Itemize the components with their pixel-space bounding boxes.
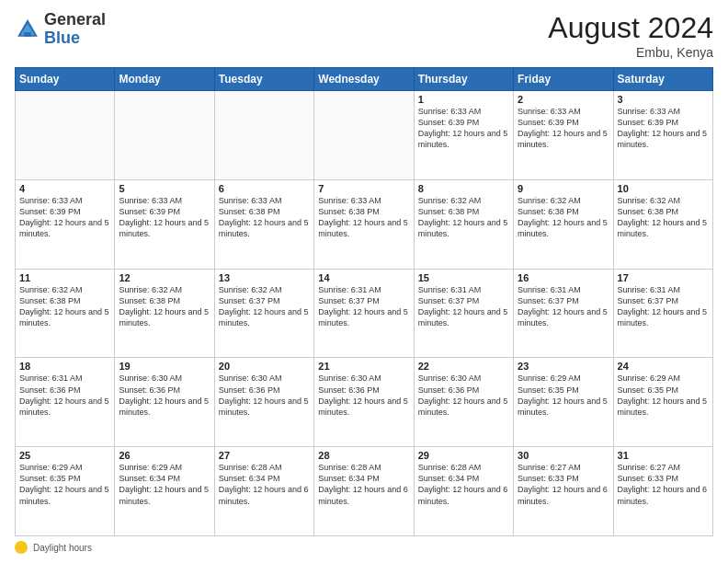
day-info: Sunrise: 6:32 AMSunset: 6:37 PMDaylight:…	[219, 285, 309, 327]
day-number: 19	[119, 361, 210, 372]
calendar-cell: 3Sunrise: 6:33 AMSunset: 6:39 PMDaylight…	[613, 91, 712, 180]
weekday-header: Friday	[514, 68, 613, 91]
day-info: Sunrise: 6:32 AMSunset: 6:38 PMDaylight:…	[618, 196, 708, 238]
day-number: 11	[19, 272, 110, 283]
day-info: Sunrise: 6:29 AMSunset: 6:35 PMDaylight:…	[19, 463, 109, 505]
calendar-cell: 10Sunrise: 6:32 AMSunset: 6:38 PMDayligh…	[613, 179, 712, 269]
calendar-cell	[16, 91, 115, 180]
day-info: Sunrise: 6:30 AMSunset: 6:36 PMDaylight:…	[119, 373, 209, 416]
day-number: 12	[119, 272, 210, 283]
day-number: 20	[219, 361, 310, 372]
day-number: 14	[318, 272, 409, 283]
calendar-cell: 22Sunrise: 6:30 AMSunset: 6:36 PMDayligh…	[414, 358, 513, 447]
title-block: August 2024 Embu, Kenya	[548, 11, 713, 60]
weekday-header: Saturday	[613, 68, 712, 91]
calendar-cell: 23Sunrise: 6:29 AMSunset: 6:35 PMDayligh…	[514, 358, 613, 447]
weekday-header: Wednesday	[314, 68, 414, 91]
calendar-cell: 2Sunrise: 6:33 AMSunset: 6:39 PMDaylight…	[514, 91, 613, 180]
header: General Blue August 2024 Embu, Kenya	[15, 11, 713, 60]
day-number: 13	[219, 272, 310, 283]
calendar-week-row: 18Sunrise: 6:31 AMSunset: 6:36 PMDayligh…	[16, 358, 713, 447]
day-info: Sunrise: 6:33 AMSunset: 6:39 PMDaylight:…	[119, 196, 209, 238]
calendar-cell: 11Sunrise: 6:32 AMSunset: 6:38 PMDayligh…	[16, 269, 115, 358]
day-info: Sunrise: 6:31 AMSunset: 6:37 PMDaylight:…	[618, 285, 708, 327]
weekday-header: Sunday	[16, 68, 115, 91]
day-number: 30	[518, 450, 609, 461]
day-number: 27	[219, 450, 310, 461]
day-number: 26	[119, 450, 210, 461]
calendar-cell: 18Sunrise: 6:31 AMSunset: 6:36 PMDayligh…	[16, 358, 115, 447]
day-number: 3	[618, 94, 709, 105]
day-number: 4	[19, 183, 110, 194]
calendar-cell: 6Sunrise: 6:33 AMSunset: 6:38 PMDaylight…	[214, 179, 313, 269]
calendar-cell: 1Sunrise: 6:33 AMSunset: 6:39 PMDaylight…	[414, 91, 513, 180]
calendar-cell: 20Sunrise: 6:30 AMSunset: 6:36 PMDayligh…	[214, 358, 313, 447]
calendar-cell: 17Sunrise: 6:31 AMSunset: 6:37 PMDayligh…	[613, 269, 712, 358]
day-number: 10	[618, 183, 709, 194]
day-info: Sunrise: 6:31 AMSunset: 6:37 PMDaylight:…	[418, 285, 508, 327]
logo-blue-text: Blue	[44, 29, 80, 47]
calendar-cell: 16Sunrise: 6:31 AMSunset: 6:37 PMDayligh…	[514, 269, 613, 358]
day-number: 8	[418, 183, 509, 194]
day-info: Sunrise: 6:30 AMSunset: 6:36 PMDaylight:…	[318, 373, 408, 416]
calendar-cell: 5Sunrise: 6:33 AMSunset: 6:39 PMDaylight…	[115, 179, 214, 269]
day-info: Sunrise: 6:32 AMSunset: 6:38 PMDaylight:…	[418, 196, 508, 238]
day-number: 21	[318, 361, 409, 372]
day-info: Sunrise: 6:31 AMSunset: 6:37 PMDaylight:…	[318, 285, 408, 327]
footer-note: Daylight hours	[15, 541, 713, 554]
calendar-cell: 24Sunrise: 6:29 AMSunset: 6:35 PMDayligh…	[613, 358, 712, 447]
calendar-cell	[314, 91, 414, 180]
calendar-week-row: 4Sunrise: 6:33 AMSunset: 6:39 PMDaylight…	[16, 179, 713, 269]
month-year: August 2024	[548, 11, 713, 45]
day-number: 16	[518, 272, 609, 283]
day-info: Sunrise: 6:32 AMSunset: 6:38 PMDaylight:…	[19, 285, 109, 327]
day-number: 7	[318, 183, 409, 194]
calendar-cell: 21Sunrise: 6:30 AMSunset: 6:36 PMDayligh…	[314, 358, 414, 447]
weekday-header: Tuesday	[214, 68, 313, 91]
sun-icon	[15, 541, 28, 554]
day-info: Sunrise: 6:33 AMSunset: 6:39 PMDaylight:…	[418, 107, 508, 149]
day-info: Sunrise: 6:28 AMSunset: 6:34 PMDaylight:…	[418, 463, 508, 505]
svg-rect-2	[24, 32, 31, 37]
page: General Blue August 2024 Embu, Kenya Sun…	[0, 0, 728, 563]
day-info: Sunrise: 6:33 AMSunset: 6:39 PMDaylight:…	[618, 107, 708, 149]
calendar-cell: 14Sunrise: 6:31 AMSunset: 6:37 PMDayligh…	[314, 269, 414, 358]
logo: General Blue	[15, 11, 106, 48]
day-number: 15	[418, 272, 509, 283]
calendar-cell: 9Sunrise: 6:32 AMSunset: 6:38 PMDaylight…	[514, 179, 613, 269]
calendar-cell	[115, 91, 214, 180]
day-info: Sunrise: 6:31 AMSunset: 6:37 PMDaylight:…	[518, 285, 608, 327]
location: Embu, Kenya	[548, 45, 713, 60]
daylight-label: Daylight hours	[33, 543, 92, 553]
day-info: Sunrise: 6:33 AMSunset: 6:39 PMDaylight:…	[518, 107, 608, 149]
calendar-week-row: 1Sunrise: 6:33 AMSunset: 6:39 PMDaylight…	[16, 91, 713, 180]
day-number: 28	[318, 450, 409, 461]
day-info: Sunrise: 6:33 AMSunset: 6:38 PMDaylight:…	[219, 196, 309, 238]
day-number: 22	[418, 361, 509, 372]
day-info: Sunrise: 6:32 AMSunset: 6:38 PMDaylight:…	[119, 285, 209, 327]
calendar-cell	[214, 91, 313, 180]
day-info: Sunrise: 6:33 AMSunset: 6:39 PMDaylight:…	[19, 196, 109, 238]
day-info: Sunrise: 6:29 AMSunset: 6:34 PMDaylight:…	[119, 463, 209, 505]
calendar-header-row: SundayMondayTuesdayWednesdayThursdayFrid…	[16, 68, 713, 91]
day-info: Sunrise: 6:30 AMSunset: 6:36 PMDaylight:…	[418, 373, 508, 416]
calendar-cell: 8Sunrise: 6:32 AMSunset: 6:38 PMDaylight…	[414, 179, 513, 269]
calendar-cell: 7Sunrise: 6:33 AMSunset: 6:38 PMDaylight…	[314, 179, 414, 269]
day-info: Sunrise: 6:32 AMSunset: 6:38 PMDaylight:…	[518, 196, 608, 238]
day-number: 1	[418, 94, 509, 105]
day-number: 25	[19, 450, 110, 461]
day-info: Sunrise: 6:28 AMSunset: 6:34 PMDaylight:…	[219, 463, 309, 505]
day-number: 6	[219, 183, 310, 194]
day-number: 23	[518, 361, 609, 372]
calendar-cell: 29Sunrise: 6:28 AMSunset: 6:34 PMDayligh…	[414, 447, 513, 536]
footer: Daylight hours	[15, 541, 713, 554]
calendar-cell: 27Sunrise: 6:28 AMSunset: 6:34 PMDayligh…	[214, 447, 313, 536]
day-info: Sunrise: 6:28 AMSunset: 6:34 PMDaylight:…	[318, 463, 408, 505]
calendar-cell: 25Sunrise: 6:29 AMSunset: 6:35 PMDayligh…	[16, 447, 115, 536]
logo-general-text: General	[44, 10, 106, 29]
calendar-cell: 26Sunrise: 6:29 AMSunset: 6:34 PMDayligh…	[115, 447, 214, 536]
logo-icon	[15, 17, 40, 42]
day-number: 24	[618, 361, 709, 372]
day-info: Sunrise: 6:27 AMSunset: 6:33 PMDaylight:…	[618, 463, 708, 505]
calendar-table: SundayMondayTuesdayWednesdayThursdayFrid…	[15, 67, 713, 536]
